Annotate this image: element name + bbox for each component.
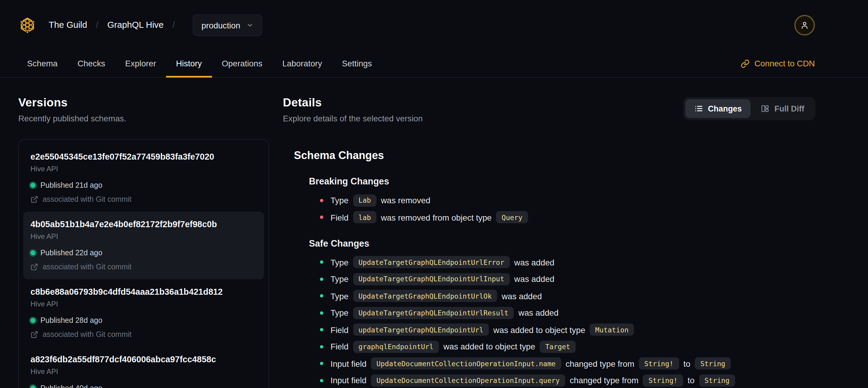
change-section-safe: Safe ChangesTypeUpdateTargetGraphQLEndpo…	[283, 238, 815, 387]
tab-settings[interactable]: Settings	[332, 50, 382, 77]
change-text: was added to object type	[443, 342, 535, 351]
bullet-dot-icon	[320, 362, 323, 365]
code-chip: Lab	[353, 194, 377, 207]
change-text: was added	[514, 274, 554, 284]
change-text: changed type from	[565, 359, 634, 368]
change-text: was added	[519, 308, 559, 318]
change-list-item: Fieldlabwas removed from object typeQuer…	[320, 211, 815, 223]
breadcrumb-project-link[interactable]: GraphQL Hive	[107, 20, 163, 30]
change-list: TypeUpdateTargetGraphQLEndpointUrlErrorw…	[283, 256, 815, 387]
change-text: Input field	[330, 376, 367, 385]
tab-schema[interactable]: Schema	[17, 50, 67, 77]
git-commit-label: associated with Git commit	[43, 330, 132, 339]
versions-list: e2e55045345ce13fe07f52a77459b83fa3fe7020…	[18, 139, 269, 388]
target-selector-dropdown[interactable]: production	[193, 14, 262, 36]
details-subtitle: Explore details of the selected version	[283, 114, 423, 123]
published-label: Published 22d ago	[40, 249, 102, 257]
details-header: Details Explore details of the selected …	[283, 96, 815, 123]
breadcrumb-separator: /	[96, 20, 98, 30]
change-list-item: TypeUpdateTargetGraphQLEndpointUrlInputw…	[320, 273, 815, 286]
version-published-status: Published 21d ago	[30, 181, 257, 189]
change-text: was added	[502, 291, 542, 301]
user-icon	[800, 20, 809, 30]
bullet-dot-icon	[320, 277, 323, 281]
change-list-item: FieldupdateTargetGraphQLEndpointUrlwas a…	[320, 323, 815, 336]
version-published-status: Published 22d ago	[30, 249, 257, 257]
external-link-icon	[30, 330, 38, 338]
diff-columns-icon	[761, 104, 769, 113]
change-text: to	[683, 359, 690, 368]
published-label: Published 40d ago	[40, 384, 102, 388]
code-chip: UpdateTargetGraphQLEndpointUrlOk	[353, 290, 497, 302]
changes-toggle-button[interactable]: Changes	[685, 99, 751, 118]
connect-to-cdn-label: Connect to CDN	[754, 59, 815, 68]
change-sections: Breaking ChangesTypeLabwas removedFieldl…	[283, 176, 815, 387]
change-list-item: Input fieldUpdateDocumentCollectionOpera…	[320, 357, 815, 370]
published-label: Published 21d ago	[40, 181, 102, 189]
toggle-label: Full Diff	[775, 104, 804, 113]
tab-laboratory[interactable]: Laboratory	[272, 50, 332, 77]
change-text: Input field	[330, 359, 367, 368]
version-list-item[interactable]: c8b6e88a06793b9c4dfd54aaa21b36a1b421d812…	[23, 279, 264, 347]
target-selector-value: production	[202, 20, 241, 30]
tab-history[interactable]: History	[166, 50, 212, 77]
change-text: Field	[330, 325, 348, 334]
version-hash: c8b6e88a06793b9c4dfd54aaa21b36a1b421d812	[30, 287, 257, 297]
link-icon	[740, 59, 749, 68]
code-chip: Target	[540, 340, 576, 353]
app-root: The Guild / GraphQL Hive / production	[0, 0, 868, 388]
version-list-item[interactable]: e2e55045345ce13fe07f52a77459b83fa3fe7020…	[23, 144, 264, 212]
change-text: was removed from object type	[381, 212, 492, 222]
tabs-nav: SchemaChecksExplorerHistoryOperationsLab…	[17, 50, 382, 77]
tab-explorer[interactable]: Explorer	[115, 50, 166, 77]
change-text: was removed	[381, 196, 430, 205]
git-commit-link[interactable]: associated with Git commit	[30, 330, 257, 339]
tab-checks[interactable]: Checks	[67, 50, 115, 77]
breadcrumb-separator: /	[172, 20, 175, 30]
version-published-status: Published 28d ago	[30, 316, 257, 325]
external-link-icon	[30, 195, 38, 203]
bullet-dot-icon	[320, 345, 323, 348]
code-chip: UpdateTargetGraphQLEndpointUrlError	[353, 256, 510, 268]
versions-panel: Versions Recently published schemas. e2e…	[18, 96, 269, 388]
change-list-item: TypeLabwas removed	[320, 194, 815, 207]
version-list-item[interactable]: a823f6db2a55df877dcf406006abca97fcc4858c…	[23, 347, 264, 388]
toggle-label: Changes	[708, 104, 742, 113]
full-diff-toggle-button[interactable]: Full Diff	[752, 99, 813, 118]
hive-logo-icon[interactable]	[17, 14, 38, 35]
code-chip: UpdateDocumentCollectionOperationInput.q…	[371, 374, 565, 387]
change-text: to	[688, 376, 694, 385]
chevron-down-icon	[246, 21, 254, 28]
breadcrumb-org-link[interactable]: The Guild	[49, 20, 87, 30]
version-published-status: Published 40d ago	[30, 384, 257, 388]
change-text: Type	[330, 291, 348, 301]
versions-title: Versions	[18, 96, 269, 109]
change-list-item: TypeUpdateTargetGraphQLEndpointUrlOkwas …	[320, 289, 815, 302]
git-commit-link[interactable]: associated with Git commit	[30, 195, 257, 203]
version-service-name: Hive API	[30, 300, 257, 308]
tab-operations[interactable]: Operations	[212, 50, 272, 77]
tab-bar: SchemaChecksExplorerHistoryOperationsLab…	[0, 50, 868, 78]
versions-subtitle: Recently published schemas.	[18, 114, 269, 123]
connect-to-cdn-button[interactable]: Connect to CDN	[740, 50, 815, 77]
main-content: Versions Recently published schemas. e2e…	[0, 78, 868, 388]
published-dot-icon	[30, 250, 35, 256]
user-menu-button[interactable]	[794, 14, 815, 35]
list-icon	[694, 104, 703, 113]
change-list-item: TypeUpdateTargetGraphQLEndpointUrlErrorw…	[320, 256, 815, 268]
version-list-item[interactable]: 4b05ab51b1b4a7e2e4b0ef82172f2b9f7ef98c0b…	[23, 212, 264, 279]
details-panel: Details Explore details of the selected …	[283, 96, 815, 388]
code-chip: Mutation	[590, 323, 634, 336]
version-service-name: Hive API	[30, 367, 257, 376]
code-chip: String	[699, 374, 735, 387]
bullet-dot-icon	[320, 199, 323, 202]
version-hash: e2e55045345ce13fe07f52a77459b83fa3fe7020	[30, 152, 257, 162]
code-chip: graphqlEndpointUrl	[353, 340, 439, 353]
change-text: Field	[330, 342, 348, 351]
view-toggle-group: ChangesFull Diff	[683, 97, 815, 120]
schema-changes-block: Schema Changes Breaking ChangesTypeLabwa…	[283, 149, 815, 387]
code-chip: UpdateDocumentCollectionOperationInput.n…	[371, 357, 561, 369]
code-chip: lab	[353, 211, 377, 223]
git-commit-link[interactable]: associated with Git commit	[30, 263, 257, 271]
code-chip: updateTargetGraphQLEndpointUrl	[353, 323, 489, 336]
